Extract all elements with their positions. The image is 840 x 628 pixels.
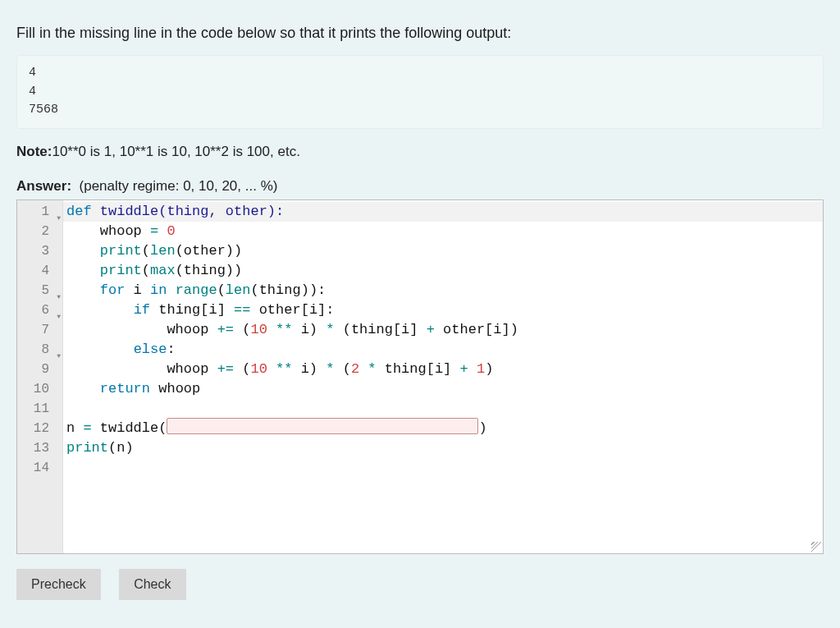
line-number: 12 — [17, 419, 62, 438]
precheck-button[interactable]: Precheck — [16, 569, 101, 600]
line-number: 4 — [17, 261, 62, 281]
code-editor[interactable]: 1▼2345▼6▼78▼91011121314 def twiddle(thin… — [16, 199, 824, 554]
code-line-4: print(max(thing)) — [63, 261, 823, 281]
code-line-2: whoop = 0 — [63, 222, 823, 241]
line-number: 10 — [17, 379, 62, 399]
note-line: Note:10**0 is 1, 10**1 is 10, 10**2 is 1… — [16, 144, 824, 160]
answer-label: Answer: — [16, 178, 71, 194]
code-line-12: n = twiddle() — [63, 419, 823, 438]
code-line-1: def twiddle(thing, other): — [63, 202, 823, 222]
line-number: 11 — [17, 399, 62, 419]
line-gutter: 1▼2345▼6▼78▼91011121314 — [17, 200, 63, 553]
note-label: Note: — [16, 144, 52, 159]
line-number: 1▼ — [17, 202, 62, 222]
check-button[interactable]: Check — [119, 569, 185, 600]
code-line-3: print(len(other)) — [63, 241, 823, 261]
line-number: 8▼ — [17, 340, 62, 360]
line-number: 6▼ — [17, 300, 62, 320]
penalty-regime: (penalty regime: 0, 10, 20, ... %) — [80, 178, 278, 194]
code-line-7: whoop += (10 ** i) * (thing[i] + other[i… — [63, 320, 823, 340]
code-line-11 — [63, 399, 823, 419]
line-number: 9 — [17, 360, 62, 379]
answer-header: Answer: (penalty regime: 0, 10, 20, ... … — [16, 178, 824, 195]
line-number: 5▼ — [17, 281, 62, 300]
code-line-9: whoop += (10 ** i) * (2 * thing[i] + 1) — [63, 360, 823, 379]
code-line-13: print(n) — [63, 438, 823, 458]
answer-input[interactable] — [167, 418, 478, 434]
line-number: 2 — [17, 222, 62, 241]
code-line-14 — [63, 458, 823, 478]
line-number: 13 — [17, 438, 62, 458]
code-line-10: return whoop — [63, 379, 823, 399]
code-line-5: for i in range(len(thing)): — [63, 281, 823, 300]
question-prompt: Fill in the missing line in the code bel… — [16, 25, 824, 42]
note-text: 10**0 is 1, 10**1 is 10, 10**2 is 100, e… — [52, 144, 299, 159]
line-number: 7 — [17, 320, 62, 340]
button-row: Precheck Check — [16, 569, 824, 600]
code-line-8: else: — [63, 340, 823, 360]
resize-handle-icon[interactable] — [810, 540, 823, 553]
line-number: 3 — [17, 241, 62, 261]
line-number: 14 — [17, 458, 62, 478]
code-line-6: if thing[i] == other[i]: — [63, 300, 823, 320]
code-area[interactable]: def twiddle(thing, other): whoop = 0 pri… — [63, 200, 823, 553]
expected-output-box: 4 4 7568 — [16, 55, 824, 129]
